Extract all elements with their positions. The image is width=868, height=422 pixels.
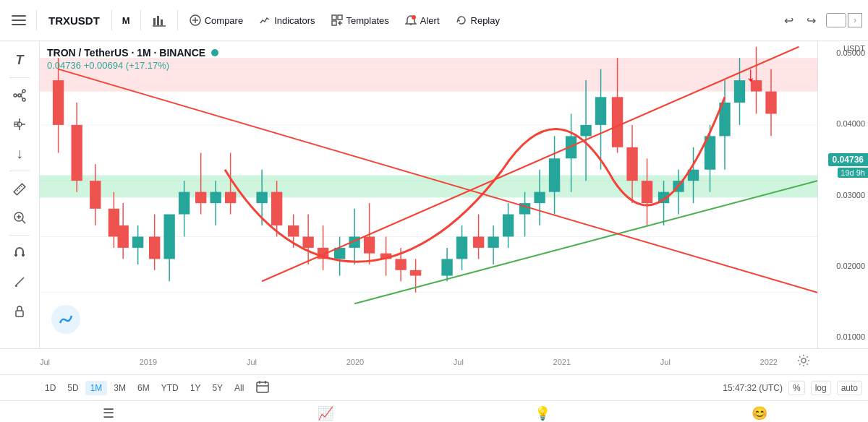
svg-rect-9 — [332, 21, 336, 25]
bottom-right-controls: 15:47:32 (UTC) % log auto — [723, 381, 862, 395]
svg-line-26 — [19, 188, 20, 189]
ruler-tool[interactable] — [7, 176, 33, 202]
symbol-selector[interactable]: TRXUSDT — [41, 10, 107, 31]
templates-icon — [331, 14, 343, 26]
percent-button[interactable]: % — [788, 381, 805, 395]
redo-button[interactable]: ↪ — [801, 9, 822, 32]
time-labels-container: Jul 2019 Jul 2020 Jul 2021 Jul 2022 — [40, 358, 828, 366]
network-tool[interactable] — [7, 82, 33, 108]
undo-button[interactable]: ↩ — [778, 9, 799, 32]
time-axis: Jul 2019 Jul 2020 Jul 2021 Jul 2022 — [0, 348, 868, 374]
tf-5y[interactable]: 5Y — [207, 381, 228, 395]
tf-1y[interactable]: 1Y — [185, 381, 206, 395]
time-2021: 2021 — [553, 358, 571, 366]
zoom-tool[interactable] — [7, 204, 33, 231]
price-level-2: 0.02000 — [821, 262, 865, 270]
lock-icon — [12, 303, 27, 318]
timeframe-selector[interactable]: M — [116, 11, 136, 30]
svg-line-17 — [21, 95, 23, 99]
symbol-info: TRON / TetherUS · 1M · BINANCE — [47, 47, 218, 59]
undo-redo-group: ↩ ↪ — [778, 9, 822, 32]
tf-all[interactable]: All — [229, 381, 249, 395]
date-picker-button[interactable] — [256, 380, 269, 395]
auto-button[interactable]: auto — [837, 381, 862, 395]
main-content: T ↓ — [0, 41, 868, 348]
svg-line-27 — [21, 186, 22, 187]
compare-icon — [190, 14, 201, 26]
bearish-arrow: ↓ — [746, 63, 756, 86]
svg-rect-8 — [338, 15, 342, 20]
tf-ytd[interactable]: YTD — [156, 381, 184, 395]
time-jul-2019: Jul — [247, 358, 257, 366]
nav-chart[interactable]: 📈 Chart — [217, 405, 434, 423]
indicators-label: Indicators — [274, 15, 315, 26]
replay-label: Replay — [471, 15, 500, 26]
bar-chart-icon — [153, 14, 166, 27]
tf-1d[interactable]: 1D — [40, 381, 61, 395]
logo-icon — [58, 311, 74, 327]
collapse-button[interactable]: › — [848, 13, 862, 27]
alert-button[interactable]: Alert — [398, 10, 447, 30]
gear-button[interactable] — [797, 354, 810, 369]
text-tool[interactable]: T — [7, 47, 33, 73]
chart-logo — [51, 305, 80, 334]
magnet-tool[interactable] — [7, 240, 33, 266]
calendar-icon — [256, 380, 269, 393]
time-jul-2021: Jul — [660, 358, 671, 366]
replay-button[interactable]: Replay — [448, 10, 507, 30]
current-price-value: 0.04736 — [833, 155, 864, 165]
chart-area[interactable]: TRON / TetherUS · 1M · BINANCE 0.04736 +… — [40, 41, 868, 348]
currency-label: USDT — [843, 44, 865, 53]
menu-button[interactable] — [6, 9, 32, 31]
templates-button[interactable]: Templates — [324, 10, 396, 30]
templates-label: Templates — [346, 15, 389, 26]
gear-icon — [797, 354, 810, 367]
expand-button[interactable] — [826, 13, 846, 27]
nav-profile[interactable]: 😊 Profile — [651, 405, 868, 423]
nav-watchlist[interactable]: ☰ Watchlist — [0, 405, 217, 423]
left-toolbar: T ↓ — [0, 41, 40, 348]
main-toolbar: TRXUSDT M Compare Indicators — [0, 0, 868, 41]
nav-ideas[interactable]: 💡 Ideas — [434, 405, 651, 423]
network-icon — [12, 88, 27, 103]
time-2019: 2019 — [140, 358, 157, 366]
bottom-toolbar: 1D 5D 1M 3M 6M YTD 1Y 5Y All 15:47:32 (U… — [0, 374, 868, 400]
tf-6m[interactable]: 6M — [132, 381, 155, 395]
online-indicator — [211, 49, 218, 56]
lock-tool[interactable] — [7, 298, 33, 324]
svg-rect-37 — [257, 382, 268, 392]
time-display: 15:47:32 (UTC) — [723, 383, 783, 393]
arrow-tool[interactable]: ↓ — [7, 140, 33, 166]
tf-1m[interactable]: 1M — [85, 381, 108, 395]
current-price-badge: 0.04736 — [828, 153, 868, 166]
sidebar-divider-3 — [9, 235, 30, 236]
svg-line-29 — [22, 220, 26, 224]
pen-tool[interactable] — [7, 269, 33, 295]
chart-canvas-container[interactable] — [40, 41, 817, 348]
time-remaining-value: 19d 9h — [841, 168, 865, 177]
crosshair-tool[interactable] — [7, 111, 33, 137]
tf-5d[interactable]: 5D — [62, 381, 83, 395]
bottom-nav: ☰ Watchlist 📈 Chart 💡 Ideas 😊 Profile — [0, 400, 868, 422]
price-change: 0.04736 +0.00694 (+17.17%) — [47, 60, 218, 71]
price-level-1: 0.01000 — [821, 332, 865, 341]
tf-3m[interactable]: 3M — [109, 381, 131, 395]
divider-4 — [177, 10, 178, 30]
svg-point-36 — [801, 358, 806, 363]
compare-button[interactable]: Compare — [182, 10, 250, 30]
sidebar-divider-1 — [9, 77, 30, 78]
price-level-4: 0.04000 — [821, 119, 865, 128]
chart-type-button[interactable] — [145, 9, 173, 31]
indicators-button[interactable]: Indicators — [252, 10, 322, 30]
svg-rect-1 — [157, 16, 159, 25]
alert-label: Alert — [420, 15, 440, 26]
svg-rect-24 — [14, 184, 25, 195]
price-level-3: 0.03000 — [821, 191, 865, 199]
chart-nav-icon: 📈 — [318, 405, 333, 421]
price-chart-canvas[interactable] — [40, 41, 817, 348]
log-button[interactable]: log — [811, 381, 831, 395]
time-jul-2018: Jul — [40, 358, 50, 366]
svg-point-11 — [14, 94, 17, 97]
time-2020: 2020 — [346, 358, 364, 366]
sidebar-divider-2 — [9, 171, 30, 171]
